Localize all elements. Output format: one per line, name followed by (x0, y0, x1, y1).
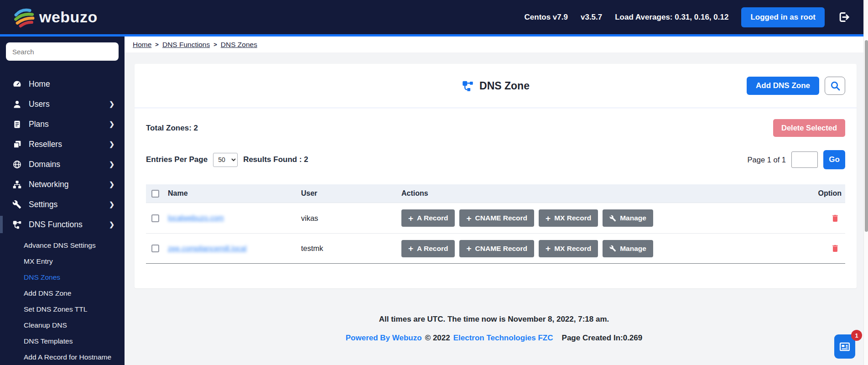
sidebar-subitem-advance-dns-settings[interactable]: Advance DNS Settings (0, 237, 125, 253)
delete-zone-button[interactable] (829, 212, 842, 225)
breadcrumb-home-link[interactable]: Home (133, 41, 151, 49)
webuzo-globe-icon (14, 7, 35, 28)
powered-by-webuzo-link[interactable]: Powered By Webuzo (346, 334, 422, 343)
utc-time-note: All times are UTC. The time now is Novem… (125, 315, 863, 324)
chevron-right-icon: ❯ (109, 181, 114, 188)
chevron-right-icon: ❯ (109, 141, 114, 148)
zone-user: testmk (301, 244, 401, 253)
logged-in-as-root-button[interactable]: Logged in as root (741, 7, 825, 27)
add-mx-record-button[interactable]: + MX Record (539, 209, 598, 227)
sidebar-item-home[interactable]: Home (0, 74, 125, 94)
delete-zone-button[interactable] (829, 242, 842, 255)
table-row: zee.compliancemill.local testmk + A Reco… (146, 233, 845, 264)
sidebar-subitem-set-dns-zones-ttl[interactable]: Set DNS Zones TTL (0, 301, 125, 317)
row-checkbox[interactable] (151, 245, 159, 252)
page-number-input[interactable] (791, 151, 818, 168)
breadcrumb-separator: > (213, 41, 217, 48)
results-found-label: Results Found : 2 (243, 155, 308, 164)
add-a-record-button[interactable]: + A Record (401, 209, 455, 227)
zone-name-link[interactable]: localwebuzo.com (168, 214, 301, 222)
plus-icon: + (408, 244, 413, 253)
manage-button[interactable]: Manage (603, 209, 653, 227)
delete-selected-button[interactable]: Delete Selected (773, 119, 845, 137)
sidebar-item-label: Home (29, 79, 50, 89)
logout-icon[interactable] (837, 11, 850, 23)
dns-zone-icon (462, 80, 474, 92)
newspaper-icon (838, 340, 851, 353)
zone-name-link[interactable]: zee.compliancemill.local (168, 245, 301, 253)
chevron-right-icon: ❯ (109, 120, 114, 128)
topbar: webuzo Centos v7.9 v3.5.7 Load Averages:… (0, 0, 868, 34)
plus-icon: + (408, 214, 413, 223)
wrench-icon (609, 245, 616, 252)
page-count-label: Page 1 of 1 (748, 156, 786, 164)
column-header-actions: Actions (401, 189, 803, 198)
sidebar-item-domains[interactable]: Domains ❯ (0, 154, 125, 174)
breadcrumb-separator: > (155, 41, 159, 48)
wrench-icon (609, 215, 616, 222)
table-row: localwebuzo.com vikas + A Record + CNAME… (146, 203, 845, 233)
total-zones-label: Total Zones: 2 (146, 124, 198, 133)
sidebar-item-label: Settings (29, 200, 57, 209)
chevron-right-icon: ❯ (109, 201, 114, 208)
plus-icon: + (546, 244, 551, 253)
select-all-checkbox[interactable] (151, 190, 159, 198)
sidebar-item-label: Domains (29, 160, 60, 169)
dns-zone-card: DNS Zone Add DNS Zone Total Zones: 2 Del… (135, 64, 857, 288)
add-dns-zone-button[interactable]: Add DNS Zone (747, 77, 819, 95)
manage-button[interactable]: Manage (603, 240, 653, 257)
sidebar-item-label: DNS Functions (29, 220, 83, 229)
entries-per-page-select[interactable]: 50 (213, 153, 238, 167)
zone-user: vikas (301, 214, 401, 223)
copyright-label: © 2022 (425, 334, 450, 343)
search-icon (830, 80, 841, 91)
sidebar-menu: Home Users ❯ (0, 74, 125, 365)
add-mx-record-button[interactable]: + MX Record (539, 240, 598, 257)
panel-version-label: v3.5.7 (581, 13, 602, 22)
table-search-button[interactable] (825, 77, 845, 95)
sidebar-item-settings[interactable]: Settings ❯ (0, 194, 125, 214)
page-title: DNS Zone (479, 80, 530, 92)
chevron-right-icon: ❯ (109, 161, 114, 168)
sidebar-item-networking[interactable]: Networking ❯ (0, 174, 125, 194)
sidebar-item-plans[interactable]: Plans ❯ (0, 114, 125, 134)
scrollbar-thumb[interactable] (865, 40, 868, 232)
breadcrumb: Home > DNS Functions > DNS Zones (125, 36, 863, 52)
sidebar-item-resellers[interactable]: Resellers ❯ (0, 134, 125, 154)
breadcrumb-dns-zones-link[interactable]: DNS Zones (221, 41, 257, 49)
sidebar-item-label: Plans (29, 120, 49, 129)
sidebar-item-label: Resellers (29, 140, 62, 149)
sidebar-subitem-dns-zones[interactable]: DNS Zones (0, 269, 125, 285)
gauge-icon (12, 79, 22, 89)
chevron-right-icon: ❯ (109, 100, 114, 108)
scrollbar-track[interactable] (863, 0, 868, 365)
electron-technologies-link[interactable]: Electron Technologies FZC (453, 334, 553, 343)
document-icon (12, 120, 22, 129)
user-icon (12, 99, 22, 109)
row-checkbox[interactable] (151, 214, 159, 222)
add-a-record-button[interactable]: + A Record (401, 240, 455, 257)
sidebar-subitem-add-dns-zone[interactable]: Add DNS Zone (0, 285, 125, 301)
add-cname-record-button[interactable]: + CNAME Record (459, 240, 534, 257)
wrench-icon (12, 200, 22, 209)
notification-badge: 1 (851, 330, 862, 341)
sidebar-subitem-dns-templates[interactable]: DNS Templates (0, 333, 125, 349)
sidebar-item-users[interactable]: Users ❯ (0, 94, 125, 114)
sidebar-item-label: Networking (29, 180, 69, 189)
card-title-row: DNS Zone Add DNS Zone (135, 64, 857, 108)
sidebar-search-input[interactable] (6, 42, 119, 61)
plus-icon: + (466, 244, 471, 253)
breadcrumb-dns-functions-link[interactable]: DNS Functions (162, 41, 210, 49)
sidebar-subitem-add-a-record-for-hostname[interactable]: Add A Record for Hostname (0, 349, 125, 365)
webuzo-logo[interactable]: webuzo (14, 7, 98, 28)
globe-icon (12, 160, 22, 169)
sidebar-item-dns-functions[interactable]: DNS Functions ❯ (0, 214, 125, 235)
sidebar-subitem-cleanup-dns[interactable]: Cleanup DNS (0, 317, 125, 333)
dns-functions-submenu: Advance DNS Settings MX Entry DNS Zones … (0, 237, 125, 365)
sidebar-subitem-mx-entry[interactable]: MX Entry (0, 253, 125, 269)
footer: All times are UTC. The time now is Novem… (125, 315, 863, 343)
layers-icon (12, 140, 22, 149)
entries-per-page-label: Entries Per Page (146, 155, 208, 164)
add-cname-record-button[interactable]: + CNAME Record (459, 209, 534, 227)
go-button[interactable]: Go (823, 150, 845, 169)
